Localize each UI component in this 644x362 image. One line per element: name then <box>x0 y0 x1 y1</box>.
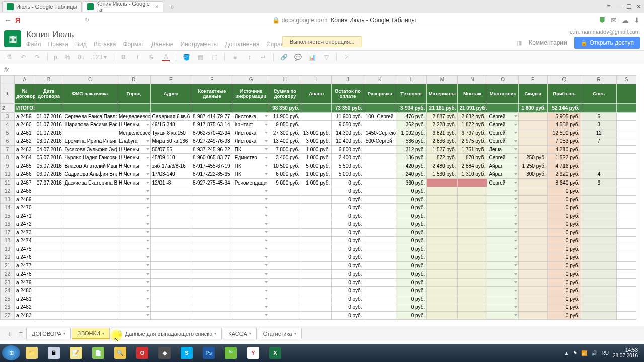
table-row[interactable]: 7а 246304.07.2016Гусакова Зульфия ЗуфН.Ч… <box>1 145 636 154</box>
redo-icon[interactable]: ↷ <box>33 53 41 61</box>
table-row[interactable]: 12а 24680 руб.0 руб.0 руб. <box>1 187 636 196</box>
libre-icon[interactable]: 📄 <box>88 345 109 360</box>
close-icon[interactable]: × <box>155 4 158 10</box>
start-button[interactable]: ⊞ <box>2 345 20 360</box>
table-row[interactable]: 10а 246606.07.2016Садриева Альфия Вла,Н.… <box>1 170 636 179</box>
tray-volume-icon[interactable]: 🔊 <box>591 350 597 356</box>
table-row[interactable]: 24а 24800 руб.0 руб.0 руб. <box>1 287 636 295</box>
table-row[interactable]: 16а 24720 руб.0 руб.0 руб. <box>1 220 636 229</box>
number-format-button[interactable]: .123 ▾ <box>91 54 107 61</box>
opera-icon[interactable]: O <box>132 345 153 360</box>
yandex-browser-icon[interactable]: Y <box>243 345 264 360</box>
browser-tab[interactable]: Июль - Google Таблицы <box>2 1 82 12</box>
table-row[interactable]: 25а 24810 руб.0 руб.0 руб. <box>1 295 636 303</box>
halign-icon[interactable]: ≡ <box>231 53 239 61</box>
menu-tools[interactable]: Инструменты <box>180 41 218 48</box>
table-row[interactable]: 23а 24790 руб.0 руб.0 руб. <box>1 278 636 287</box>
totals-row[interactable]: 2ИТОГО:98 350 руб.73 350 руб.3 934 руб.2… <box>1 103 636 112</box>
table-row[interactable]: 22а 24780 руб.0 руб.0 руб. <box>1 270 636 279</box>
table-row[interactable]: 5а 246101.07.2016МенделеевскТукая 8 кв.1… <box>1 129 636 137</box>
merge-icon[interactable]: ⬚ <box>210 53 218 61</box>
agent-icon[interactable]: ◆ <box>154 345 175 360</box>
excel-icon[interactable]: X <box>265 345 286 360</box>
sheet-tab[interactable]: КАССА▾ <box>223 328 257 339</box>
wrap-icon[interactable]: ↵ <box>259 53 267 61</box>
table-row[interactable]: 17а 24730 руб.0 руб.0 руб. <box>1 228 636 237</box>
header-row[interactable]: 1№ договораДата договораФИО заказчикаГор… <box>1 84 636 103</box>
download-icon[interactable]: ⬇ <box>634 16 640 24</box>
italic-icon[interactable]: I <box>133 53 141 61</box>
decimal-dec-icon[interactable]: .0↓ <box>76 54 85 61</box>
bold-icon[interactable]: B <box>119 53 127 61</box>
link-icon[interactable]: 🔗 <box>280 53 288 61</box>
back-icon[interactable]: ← <box>4 16 13 24</box>
table-row[interactable]: 11а 246707.07.2016Даскиева Екатерина ВН.… <box>1 178 636 187</box>
strike-icon[interactable]: S̶ <box>147 53 155 61</box>
mail-icon[interactable]: ✉ <box>611 16 617 24</box>
explorer-icon[interactable]: 📁 <box>21 345 42 360</box>
sheet-tab[interactable]: ДОГОВОРА▾ <box>26 328 71 339</box>
url-display[interactable]: 🔒 docs.google.com Копия Июль - Google Та… <box>89 17 599 24</box>
spreadsheet-grid[interactable]: ABCD EFGH IJKL MNOP QRS 1№ договораДата … <box>0 75 644 326</box>
skype-icon[interactable]: S <box>176 345 197 360</box>
share-button[interactable]: 🔒Открыть доступ <box>574 37 640 49</box>
shield-icon[interactable]: ⛊ <box>599 16 606 24</box>
sheets-app-icon[interactable]: ▦ <box>4 30 21 47</box>
sheet-tab[interactable]: Статистика▾ <box>258 328 302 339</box>
borders-icon[interactable]: ▦ <box>196 53 204 61</box>
valign-icon[interactable]: ↕ <box>245 53 253 61</box>
table-row[interactable]: 15а 24710 руб.0 руб.0 руб. <box>1 212 636 220</box>
calc-icon[interactable]: 🖩 <box>43 345 64 360</box>
tray-lang[interactable]: RU <box>601 350 608 356</box>
tray-network-icon[interactable]: 📶 <box>581 350 587 356</box>
browser-tab-active[interactable]: Копия Июль - Google Та× <box>83 1 163 12</box>
new-tab-button[interactable]: + <box>166 2 177 11</box>
yandex-icon[interactable]: Я <box>15 16 24 24</box>
search-icon[interactable]: 🔍 <box>110 345 131 360</box>
table-row[interactable]: 8а 246405.07.2016Чурлик Надия ГаисовнН.Ч… <box>1 154 636 162</box>
tray-clock[interactable]: 14:5328.07.2016 <box>613 347 638 358</box>
table-row[interactable]: 18а 24740 руб.0 руб.0 руб. <box>1 237 636 245</box>
menu-data[interactable]: Данные <box>151 41 173 48</box>
column-header-row[interactable]: ABCD EFGH IJKL MNOP QRS <box>1 76 636 84</box>
table-row[interactable]: 4а 246001.07.2016Шарипова Расима РафН.Че… <box>1 121 636 129</box>
table-row[interactable]: 20а 24760 руб.0 руб.0 руб. <box>1 253 636 262</box>
sheet-tab[interactable]: 🔒Данные для выпадающего списка▾ <box>111 328 222 339</box>
maximize-icon[interactable]: ☐ <box>624 2 634 12</box>
menu-file[interactable]: Файл <box>26 41 41 48</box>
close-window-icon[interactable]: ✕ <box>634 2 644 12</box>
functions-icon[interactable]: Σ <box>343 53 351 61</box>
table-row[interactable]: 27а 24830 руб.0 руб.0 руб. <box>1 311 636 320</box>
table-row[interactable]: 13а 24690 руб.0 руб.0 руб. <box>1 195 636 204</box>
undo-icon[interactable]: ↶ <box>19 53 27 61</box>
reload-icon[interactable]: ↻ <box>85 17 89 23</box>
table-row[interactable]: 14а 24700 руб.0 руб.0 руб. <box>1 204 636 212</box>
weather-icon[interactable]: ☁ <box>622 16 629 24</box>
table-row[interactable]: 3а 245901.07.2016Сергеева Раиса ПавлоМен… <box>1 112 636 121</box>
notes-icon[interactable]: 📝 <box>65 345 87 360</box>
formula-bar[interactable]: fx <box>0 64 644 75</box>
menu-addons[interactable]: Дополнения <box>225 41 259 48</box>
doc-title[interactable]: Копия Июль <box>26 30 517 40</box>
square-icon[interactable]: ◨ <box>517 40 522 46</box>
currency-icon[interactable]: р. <box>54 54 59 61</box>
table-row[interactable]: 6а 246203.07.2016Еремина Ирина ИльинЕлаб… <box>1 137 636 146</box>
filter-icon[interactable]: ▽ <box>322 53 330 61</box>
menu-view[interactable]: Вид <box>75 41 87 48</box>
tray-flag-icon[interactable]: ⚑ <box>573 350 577 356</box>
sheet-tab[interactable]: ЗВОНКИ▾ <box>72 328 109 339</box>
table-row[interactable]: 19а 24750 руб.0 руб.0 руб. <box>1 245 636 253</box>
menu-insert[interactable]: Вставка <box>94 41 116 48</box>
percent-icon[interactable]: % <box>65 54 70 61</box>
table-row[interactable]: 21а 24770 руб.0 руб.0 руб. <box>1 261 636 270</box>
table-row[interactable]: 9а 246505.07.2016Власов Анатолий ИванН.Ч… <box>1 162 636 170</box>
print-icon[interactable]: 🖶 <box>5 53 13 61</box>
user-email[interactable]: e.m.mammadov@gmail.com <box>517 29 640 35</box>
comment-icon[interactable]: 💬 <box>294 53 302 61</box>
all-sheets-button[interactable]: ≡ <box>15 330 26 338</box>
chart-icon[interactable]: 📊 <box>308 53 316 61</box>
minimize-icon[interactable]: — <box>614 2 624 12</box>
fill-icon[interactable]: 🪣 <box>182 53 190 61</box>
menu-format[interactable]: Формат <box>123 41 144 48</box>
add-sheet-button[interactable]: + <box>4 330 15 338</box>
